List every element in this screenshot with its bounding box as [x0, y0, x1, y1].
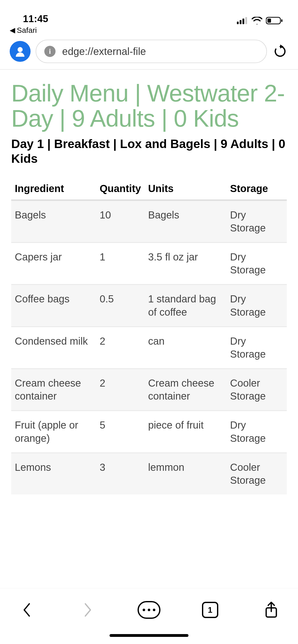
back-to-app-label: Safari — [17, 26, 37, 35]
svg-rect-1 — [240, 20, 241, 24]
page-title: Daily Menu | Westwater 2-Day | 9 Adults … — [11, 81, 287, 131]
url-text: edge://external-file — [62, 46, 146, 57]
menu-button[interactable] — [138, 598, 160, 621]
cell-quantity: 10 — [96, 200, 144, 243]
status-bar: 11:45 — [0, 0, 298, 25]
cell-units: piece of fruit — [144, 411, 226, 453]
cell-storage: Dry Storage — [226, 242, 287, 284]
reload-icon — [273, 45, 287, 58]
table-row: Coffee bags 0.5 1 standard bag of coffee… — [11, 285, 287, 327]
status-icons — [237, 17, 283, 24]
bottom-toolbar: 1 — [0, 588, 298, 644]
table-row: Lemons 3 lemmon Cooler Storage — [11, 453, 287, 494]
cell-quantity: 2 — [96, 369, 144, 411]
cell-ingredient: Fruit (apple or orange) — [11, 411, 96, 453]
table-row: Fruit (apple or orange) 5 piece of fruit… — [11, 411, 287, 453]
meal-heading: Day 1 | Breakfast | Lox and Bagels | 9 A… — [11, 137, 287, 166]
col-header-storage: Storage — [226, 178, 287, 200]
cell-units: lemmon — [144, 453, 226, 494]
cell-storage: Dry Storage — [226, 200, 287, 243]
svg-rect-0 — [237, 22, 239, 24]
cell-units: 1 standard bag of coffee — [144, 285, 226, 327]
cell-units: Bagels — [144, 200, 226, 243]
chevron-left-icon: ◀ — [10, 27, 15, 34]
table-row: Bagels 10 Bagels Dry Storage — [11, 200, 287, 243]
page-content: Daily Menu | Westwater 2-Day | 9 Adults … — [0, 70, 298, 494]
cell-quantity: 1 — [96, 242, 144, 284]
cell-storage: Dry Storage — [226, 327, 287, 369]
cellular-icon — [237, 17, 248, 24]
svg-rect-3 — [245, 17, 247, 24]
cell-units: can — [144, 327, 226, 369]
col-header-units: Units — [144, 178, 226, 200]
nav-forward-button[interactable] — [76, 598, 99, 621]
cell-ingredient: Bagels — [11, 200, 96, 243]
ellipsis-icon — [138, 601, 160, 619]
cell-storage: Cooler Storage — [226, 369, 287, 411]
tabs-button[interactable]: 1 — [199, 598, 222, 621]
cell-ingredient: Lemons — [11, 453, 96, 494]
svg-rect-5 — [267, 19, 271, 23]
profile-button[interactable] — [10, 41, 31, 62]
ingredients-table: Ingredient Quantity Units Storage Bagels… — [11, 178, 287, 495]
chevron-right-icon — [83, 602, 93, 618]
cell-quantity: 0.5 — [96, 285, 144, 327]
share-icon — [265, 602, 278, 618]
table-row: Cream cheese container 2 Cream cheese co… — [11, 369, 287, 411]
cell-units: Cream cheese container — [144, 369, 226, 411]
cell-storage: Dry Storage — [226, 285, 287, 327]
address-bar[interactable]: i edge://external-file — [36, 40, 267, 63]
col-header-ingredient: Ingredient — [11, 178, 96, 200]
cell-storage: Cooler Storage — [226, 453, 287, 494]
home-indicator[interactable] — [110, 634, 188, 637]
cell-ingredient: Capers jar — [11, 242, 96, 284]
table-row: Capers jar 1 3.5 fl oz jar Dry Storage — [11, 242, 287, 284]
nav-back-button[interactable] — [15, 598, 38, 621]
svg-rect-2 — [242, 19, 244, 24]
cell-quantity: 3 — [96, 453, 144, 494]
cell-units: 3.5 fl oz jar — [144, 242, 226, 284]
col-header-quantity: Quantity — [96, 178, 144, 200]
cell-ingredient: Cream cheese container — [11, 369, 96, 411]
person-icon — [14, 46, 26, 57]
tabs-count-badge: 1 — [202, 602, 218, 618]
cell-quantity: 5 — [96, 411, 144, 453]
browser-bar: i edge://external-file — [0, 38, 298, 70]
cell-storage: Dry Storage — [226, 411, 287, 453]
cell-ingredient: Coffee bags — [11, 285, 96, 327]
share-button[interactable] — [260, 598, 283, 621]
svg-rect-6 — [281, 19, 282, 22]
table-row: Condensed milk 2 can Dry Storage — [11, 327, 287, 369]
wifi-icon — [252, 17, 262, 24]
back-to-app-button[interactable]: ◀ Safari — [0, 25, 298, 38]
reload-button[interactable] — [272, 43, 288, 60]
battery-icon — [266, 17, 283, 24]
cell-ingredient: Condensed milk — [11, 327, 96, 369]
site-info-icon[interactable]: i — [44, 46, 56, 57]
status-time: 11:45 — [23, 13, 48, 24]
chevron-left-icon — [22, 602, 32, 618]
svg-point-7 — [18, 47, 23, 52]
table-header-row: Ingredient Quantity Units Storage — [11, 178, 287, 200]
cell-quantity: 2 — [96, 327, 144, 369]
